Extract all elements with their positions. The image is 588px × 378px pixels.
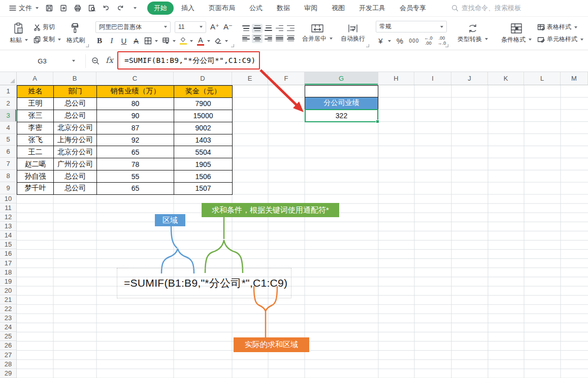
table-cell[interactable]: 梦千叶	[17, 183, 54, 195]
table-cell[interactable]: 张飞	[17, 134, 54, 147]
sheet-grid[interactable]: 1234567891011121314151617181920212223242…	[0, 85, 588, 378]
table-cell[interactable]: 1403	[174, 134, 233, 147]
currency-button[interactable]: ¥	[377, 37, 391, 45]
row-header-6[interactable]: 6	[0, 146, 16, 158]
table-cell[interactable]: 15000	[174, 110, 233, 122]
print-preview-button[interactable]	[85, 2, 99, 14]
table-cell[interactable]: 孙自强	[17, 170, 54, 183]
sum-range-callout[interactable]: 实际的求和区域	[234, 337, 309, 352]
cell-style-button[interactable]: 单元格样式	[537, 35, 583, 44]
table-style-button[interactable]: 表格样式	[537, 23, 583, 31]
formula-annotation-box[interactable]: =SUMIF(B1:B9,"*分公司*",C1:C9)	[117, 268, 291, 298]
row-header-16[interactable]: 16	[0, 249, 16, 258]
column-header-L[interactable]: L	[524, 72, 561, 85]
print-button[interactable]	[71, 2, 84, 14]
distribute-button[interactable]	[285, 34, 296, 43]
copy-button[interactable]: 复制	[34, 35, 61, 44]
table-cell[interactable]: 1507	[174, 183, 233, 195]
table-cell[interactable]: 总公司	[54, 183, 97, 195]
decrease-indent-button[interactable]	[274, 24, 285, 33]
table-cell[interactable]: 总公司	[54, 98, 97, 110]
column-header-B[interactable]: B	[53, 72, 96, 85]
increase-indent-button[interactable]	[285, 24, 296, 33]
row-header-4[interactable]: 4	[0, 122, 16, 134]
cell-G1[interactable]	[305, 85, 378, 97]
row-header-22[interactable]: 22	[0, 304, 16, 314]
row-header-18[interactable]: 18	[0, 268, 16, 277]
export-button[interactable]	[57, 2, 70, 14]
table-cell[interactable]: 广州分公司	[54, 158, 97, 170]
table-cell[interactable]: 北京分公司	[54, 146, 97, 158]
tab-页面布局[interactable]: 页面布局	[202, 2, 242, 15]
dialog-launcher-icon[interactable]	[445, 44, 448, 47]
table-header-cell[interactable]: 奖金（元）	[174, 86, 233, 98]
column-header-D[interactable]: D	[174, 72, 232, 85]
dialog-launcher-icon[interactable]	[86, 44, 89, 47]
row-header-10[interactable]: 10	[0, 194, 16, 203]
cell-G3-selected[interactable]: 322	[305, 109, 378, 122]
table-header-cell[interactable]: 姓名	[17, 86, 54, 98]
tab-数据[interactable]: 数据	[270, 2, 297, 15]
type-convert-button[interactable]: 类型转换	[455, 22, 491, 45]
table-cell[interactable]: 北京分公司	[54, 122, 97, 134]
table-cell[interactable]: 65	[97, 146, 174, 158]
name-box[interactable]: G3	[5, 53, 79, 69]
percent-button[interactable]: %	[396, 37, 404, 45]
row-header-27[interactable]: 27	[0, 350, 16, 359]
row-header-23[interactable]: 23	[0, 314, 16, 323]
row-header-2[interactable]: 2	[0, 97, 16, 110]
number-format-select[interactable]: 常规	[376, 21, 447, 32]
font-color-button[interactable]: A	[197, 37, 210, 46]
table-cell[interactable]: 1905	[174, 158, 233, 170]
merge-center-button[interactable]: 合并居中	[300, 23, 335, 44]
row-header-3[interactable]: 3	[0, 110, 16, 122]
row-header-7[interactable]: 7	[0, 158, 16, 170]
increase-decimal-button[interactable]: ←.0.00	[424, 36, 433, 46]
decrease-font-button[interactable]: A⁻	[223, 22, 233, 31]
italic-button[interactable]: I	[108, 37, 116, 45]
row-header-15[interactable]: 15	[0, 240, 16, 249]
row-header-24[interactable]: 24	[0, 323, 16, 332]
paste-button[interactable]: 粘贴	[7, 21, 30, 46]
underline-button[interactable]: U	[120, 37, 128, 45]
row-header-1[interactable]: 1	[0, 85, 16, 97]
row-header-25[interactable]: 25	[0, 332, 16, 341]
undo-button[interactable]	[100, 2, 113, 14]
table-cell[interactable]: 80	[97, 98, 174, 110]
align-top-button[interactable]	[241, 24, 251, 33]
column-header-E[interactable]: E	[232, 72, 268, 85]
bold-button[interactable]: B	[95, 37, 104, 45]
table-cell[interactable]: 王二	[17, 146, 54, 158]
tab-公式[interactable]: 公式	[243, 2, 269, 15]
table-cell[interactable]: 王明	[17, 98, 54, 110]
row-header-14[interactable]: 14	[0, 231, 16, 240]
condition-callout[interactable]: 求和条件，根据关键词使用通配符*	[202, 203, 339, 217]
row-header-17[interactable]: 17	[0, 259, 16, 268]
fx-button[interactable]: fx	[106, 55, 113, 65]
font-size-select[interactable]: 11	[175, 21, 206, 33]
row-header-19[interactable]: 19	[0, 277, 16, 286]
tab-会员专享[interactable]: 会员专享	[393, 2, 433, 15]
table-header-cell[interactable]: 销售业绩（万）	[97, 86, 174, 98]
table-cell[interactable]: 78	[97, 158, 174, 170]
justify-button[interactable]	[274, 34, 285, 43]
column-header-M[interactable]: M	[561, 72, 588, 85]
shading-button[interactable]	[162, 37, 176, 45]
row-header-26[interactable]: 26	[0, 341, 16, 350]
fill-handle[interactable]	[376, 120, 379, 123]
eraser-button[interactable]	[214, 38, 228, 44]
table-cell[interactable]: 9002	[174, 122, 233, 134]
row-header-13[interactable]: 13	[0, 222, 16, 231]
dialog-launcher-icon[interactable]	[231, 44, 234, 47]
row-header-21[interactable]: 21	[0, 295, 16, 304]
tab-插入[interactable]: 插入	[175, 2, 201, 15]
column-header-I[interactable]: I	[414, 72, 451, 85]
column-header-K[interactable]: K	[488, 72, 524, 85]
align-right-button[interactable]	[263, 34, 274, 43]
tab-审阅[interactable]: 审阅	[298, 2, 324, 15]
format-painter-button[interactable]: 格式刷	[64, 21, 87, 46]
cell-G2-result-title[interactable]: 分公司业绩	[305, 97, 378, 110]
zoom-formula-button[interactable]	[91, 57, 100, 65]
table-cell[interactable]: 1506	[174, 170, 233, 183]
column-header-F[interactable]: F	[268, 72, 305, 85]
